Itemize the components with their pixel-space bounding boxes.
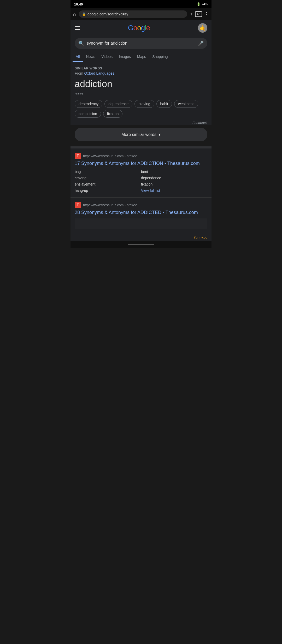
result-snippet-2 [75, 218, 207, 229]
tab-count-button[interactable]: 45 [195, 11, 202, 17]
result-source-1: T https://www.thesaurus.com › browse [75, 153, 138, 159]
source-line: From Oxford Languages [75, 71, 207, 75]
browser-chrome: ⌂ 🔒 google.com/search?q=sy + 45 ⋮ [70, 8, 212, 20]
tab-maps[interactable]: Maps [134, 52, 149, 62]
chip-dependence[interactable]: dependence [104, 100, 132, 108]
new-tab-button[interactable]: + [190, 11, 193, 17]
search-result-1: T https://www.thesaurus.com › browse ⋮ 1… [70, 148, 212, 198]
google-logo: Google [128, 24, 150, 32]
similar-words-label: SIMILAR WORDS [75, 67, 207, 70]
chip-compulsion[interactable]: compulsion [75, 110, 101, 118]
chip-dependency[interactable]: dependency [75, 100, 102, 108]
tab-shopping[interactable]: Shopping [149, 52, 171, 62]
bottom-bar [70, 241, 212, 248]
mic-icon[interactable]: 🎤 [198, 40, 204, 46]
feedback-link: Feedback [75, 121, 207, 125]
result-title-2[interactable]: 28 Synonyms & Antonyms for ADDICTED - Th… [75, 210, 207, 216]
result-word-hangup[interactable]: hang-up [75, 188, 141, 193]
watermark: ifunny.co [70, 233, 212, 241]
chip-habit[interactable]: habit [156, 100, 172, 108]
hamburger-menu[interactable] [75, 26, 80, 30]
result-word-craving[interactable]: craving [75, 175, 141, 181]
result-word-bag[interactable]: bag [75, 169, 141, 174]
tab-videos[interactable]: Videos [98, 52, 116, 62]
part-of-speech: noun [75, 92, 207, 96]
section-divider [70, 146, 212, 148]
search-tabs: All News Videos Images Maps Shopping [70, 52, 212, 62]
browser-actions: + 45 ⋮ [190, 11, 209, 17]
address-text: google.com/search?q=sy [87, 12, 184, 16]
result-source-2: T https://www.thesaurus.com › browse [75, 202, 138, 208]
search-query[interactable]: synonym for addiction [87, 41, 195, 46]
battery-text: 74% [202, 2, 208, 6]
result-options-button-1[interactable]: ⋮ [203, 153, 207, 159]
home-indicator [128, 244, 154, 245]
result-words-grid-1: bag bent craving dependence enslavement … [75, 169, 207, 193]
result-url-2: https://www.thesaurus.com › browse [83, 203, 138, 207]
browser-more-button[interactable]: ⋮ [204, 11, 209, 17]
synonyms-chips: dependency dependence craving habit weak… [75, 100, 207, 118]
chip-weakness[interactable]: weakness [174, 100, 198, 108]
status-time: 10:40 [74, 2, 83, 6]
result-word-dependence[interactable]: dependence [141, 175, 207, 181]
result-word-bent[interactable]: bent [141, 169, 207, 174]
result-word-fixation[interactable]: fixation [141, 182, 207, 187]
search-bar[interactable]: 🔍 synonym for addiction 🎤 [75, 38, 207, 49]
oxford-languages-link[interactable]: Oxford Languages [84, 71, 114, 75]
status-icons: 🔋 [197, 2, 201, 6]
search-bar-container: 🔍 synonym for addiction 🎤 [70, 36, 212, 52]
address-bar[interactable]: 🔒 google.com/search?q=sy [79, 10, 187, 18]
result-options-button-2[interactable]: ⋮ [203, 202, 207, 208]
tab-all[interactable]: All [73, 52, 83, 62]
feedback-text[interactable]: Feedback [192, 121, 207, 125]
more-similar-label: More similar words [121, 132, 156, 137]
status-bar: 10:40 🔋 74% [70, 0, 212, 8]
status-right: 🔋 74% [197, 2, 208, 6]
lock-icon: 🔒 [82, 12, 86, 16]
chevron-down-icon: ▾ [158, 132, 161, 137]
watermark-text: ifunny.co [194, 235, 207, 239]
google-header: Google 🤙 [70, 20, 212, 36]
source-prefix: From [75, 71, 84, 75]
result-meta-2: T https://www.thesaurus.com › browse ⋮ [75, 202, 207, 208]
similar-words-section: SIMILAR WORDS From Oxford Languages addi… [70, 62, 212, 125]
chip-craving[interactable]: craving [134, 100, 154, 108]
chip-fixation[interactable]: fixation [103, 110, 122, 118]
result-word-enslavement[interactable]: enslavement [75, 182, 141, 187]
result-url-1: https://www.thesaurus.com › browse [83, 154, 138, 158]
search-icon: 🔍 [78, 40, 84, 46]
home-icon[interactable]: ⌂ [73, 11, 76, 17]
result-title-1[interactable]: 17 Synonyms & Antonyms for ADDICTION - T… [75, 160, 207, 166]
result-favicon-1: T [75, 153, 81, 159]
result-meta-1: T https://www.thesaurus.com › browse ⋮ [75, 153, 207, 159]
result-favicon-2: T [75, 202, 81, 208]
more-similar-words-button[interactable]: More similar words ▾ [75, 128, 207, 141]
tab-images[interactable]: Images [116, 52, 134, 62]
view-full-list-link[interactable]: View full list [141, 188, 207, 193]
avatar[interactable]: 🤙 [198, 23, 207, 33]
tab-news[interactable]: News [83, 52, 98, 62]
search-result-2: T https://www.thesaurus.com › browse ⋮ 2… [70, 198, 212, 233]
word-title: addiction [75, 79, 207, 90]
